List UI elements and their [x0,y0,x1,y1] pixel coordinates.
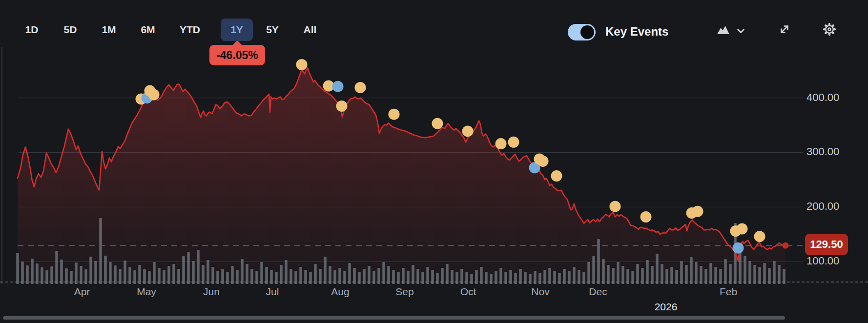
key-event-marker-yellow[interactable] [537,156,549,167]
volume-bar [260,262,263,284]
volume-bar [153,262,156,284]
gear-icon[interactable] [822,22,837,37]
x-axis-year-label: 2026 [655,301,678,313]
key-event-marker-yellow[interactable] [148,89,160,101]
key-event-marker-yellow[interactable] [754,231,765,242]
volume-bar [636,264,639,284]
key-event-marker-yellow[interactable] [692,206,703,217]
x-axis-separator [0,282,868,283]
y-axis-label: 400.00 [806,91,860,104]
x-axis-label-nov: Nov [531,286,549,298]
volume-bar [661,264,663,284]
range-button-5d[interactable]: 5D [57,19,84,41]
price-chart-svg [0,0,868,323]
volume-bar [21,262,24,284]
x-axis-label-jun: Jun [203,286,220,298]
volume-bar [285,260,288,284]
volume-bar [314,264,317,284]
volume-bar [763,263,766,284]
key-event-marker-yellow[interactable] [551,170,562,182]
toggle-knob [580,25,594,39]
volume-bar [246,264,248,284]
price-area-fill [18,68,785,284]
volume-bar [748,261,751,284]
range-button-all[interactable]: All [296,19,324,41]
current-price-badge: 129.50 [805,234,848,255]
chevron-down-icon [737,27,745,36]
volume-bar [709,263,712,284]
volume-bar [680,261,683,284]
volume-bar [446,264,449,284]
volume-bar [124,261,126,284]
volume-bar [348,263,351,284]
volume-bar [773,261,776,284]
key-event-marker-yellow[interactable] [641,211,652,222]
volume-bar [646,260,649,284]
x-axis-label-jul: Jul [266,286,279,298]
volume-bar [382,262,385,284]
x-axis-label-dec: Dec [589,286,607,298]
x-axis-label-feb: Feb [720,286,737,298]
volume-bar [592,256,595,284]
key-event-marker-yellow[interactable] [336,101,348,112]
key-event-marker-yellow[interactable] [432,118,443,129]
key-event-marker-yellow[interactable] [296,59,308,70]
key-event-marker-yellow[interactable] [389,109,400,120]
y-axis-label: 300.00 [806,145,860,158]
volume-bar [324,257,327,284]
volume-bar [36,263,39,284]
volume-bar [172,264,175,284]
volume-bar [60,260,63,284]
key-events-label: Key Events [605,25,668,39]
volume-bar [241,259,244,284]
volume-bar [602,259,605,284]
volume-bar [109,262,112,284]
key-event-marker-blue[interactable] [332,81,344,92]
last-price-dot [783,242,789,249]
volume-bar [617,262,620,284]
range-button-5y[interactable]: 5Y [259,19,286,41]
volume-bar [104,256,107,284]
x-axis-label-apr: Apr [74,286,90,298]
key-event-marker-yellow[interactable] [355,82,366,93]
chart-style-selector[interactable] [717,25,745,37]
range-button-6m[interactable]: 6M [134,19,162,41]
x-axis-label-may: May [137,286,156,298]
x-axis-label-oct: Oct [460,286,476,298]
volume-bar [16,253,19,284]
volume-bar [94,261,97,284]
volume-bar [695,262,698,284]
mountain-chart-icon [717,25,730,37]
volume-bar [690,257,693,284]
key-event-marker-yellow[interactable] [610,201,621,212]
volume-bar [31,259,34,284]
volume-bar [729,264,732,284]
range-button-1d[interactable]: 1D [18,19,45,41]
volume-bar [55,251,58,284]
y-axis-label: 200.00 [806,200,860,213]
volume-bar [207,260,209,284]
key-event-marker-yellow[interactable] [508,137,519,148]
volume-bar [724,259,727,284]
range-button-1y[interactable]: 1Y [221,19,253,41]
key-event-marker-yellow[interactable] [737,223,748,235]
period-change-badge: -46.05% [209,45,265,65]
volume-bar [99,218,102,284]
y-axis-label: 100.00 [806,255,860,267]
volume-bar [187,252,190,284]
expand-icon[interactable] [778,23,791,36]
stock-chart-panel: 400.00300.00200.00100.00AprMayJunJulAugS… [0,0,868,323]
key-event-marker-yellow[interactable] [496,138,507,149]
range-button-ytd[interactable]: YTD [176,19,204,41]
range-button-1m[interactable]: 1M [95,19,123,41]
key-events-toggle[interactable] [568,24,596,40]
x-axis-label-sep: Sep [395,286,413,298]
volume-bar [89,257,92,284]
x-axis-label-aug: Aug [331,286,349,298]
volume-bar [182,256,185,284]
horizontal-scrollbar[interactable] [3,316,785,320]
key-event-marker-blue[interactable] [733,242,744,254]
key-event-marker-yellow[interactable] [462,125,474,137]
volume-bar [75,262,78,284]
volume-bar [192,261,195,284]
